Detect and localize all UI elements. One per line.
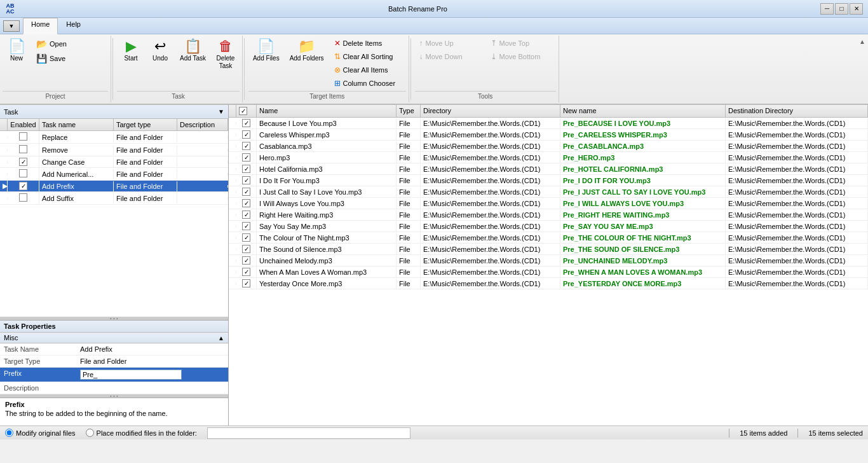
start-button[interactable]: ▶ Start [117,37,145,65]
file-row[interactable]: The Sound of Silence.mp3 File E:\Music\R… [229,244,868,255]
checkbox-replace[interactable] [19,132,27,141]
file-row[interactable]: I Will Always Love You.mp3 File E:\Music… [229,198,868,209]
checkbox-addnumerical[interactable] [19,169,27,177]
undo-button[interactable]: ↩ Undo [146,37,174,65]
file-row[interactable]: Careless Whisper.mp3 File E:\Music\Remem… [229,129,868,141]
delete-items-button[interactable]: ✕ Delete Items [330,37,406,50]
file-row[interactable]: Casablanca.mp3 File E:\Music\Remember.th… [229,141,868,152]
ftd-destdir: E:\Music\Remember.the.Words.(CD1) [726,267,868,277]
file-checkbox-13[interactable] [242,268,250,276]
checkbox-addsuffix[interactable] [19,193,27,202]
th-targettype[interactable]: Target type [114,119,177,130]
file-row[interactable]: Say You Say Me.mp3 File E:\Music\Remembe… [229,221,868,232]
maximize-button[interactable]: □ [835,3,848,15]
move-top-button[interactable]: ⤒ Move Top [486,37,556,50]
ftd-type: File [397,221,421,232]
ftd-destdir: E:\Music\Remember.the.Words.(CD1) [726,279,868,289]
save-button[interactable]: 💾 Save [32,52,108,66]
file-checkbox-8[interactable] [242,211,250,219]
tab-home[interactable]: Home [23,18,58,34]
checkbox-changecase[interactable] [19,158,27,166]
delete-task-button[interactable]: 🗑 Delete Task [212,37,240,73]
select-all-checkbox[interactable] [239,107,247,115]
file-row[interactable]: I Do It For You.mp3 File E:\Music\Rememb… [229,175,868,186]
file-table[interactable]: Name Type Directory New name Destination… [229,105,868,425]
file-row[interactable]: Because I Love You.mp3 File E:\Music\Rem… [229,118,868,129]
file-checkbox-3[interactable] [242,153,250,162]
open-button[interactable]: 📂 Open [32,37,108,51]
modify-original-option[interactable]: Modify original files [5,429,76,437]
tp-row-prefix[interactable]: Prefix [0,368,228,382]
modify-original-radio[interactable] [5,429,13,437]
tab-help[interactable]: Help [58,18,89,34]
task-row-active[interactable]: ▶ Add Prefix File and Folder [0,181,228,192]
file-checkbox-14[interactable] [242,279,250,287]
quick-access-icon[interactable]: ▼ [3,20,20,32]
panel-collapse-icon[interactable]: ▼ [218,108,224,115]
move-bottom-label: Move Bottom [499,53,541,60]
th-desc[interactable]: Description [177,119,228,130]
file-row[interactable]: When A Man Loves A Woman.mp3 File E:\Mus… [229,266,868,278]
file-row[interactable]: Hotel California.mp3 File E:\Music\Remem… [229,163,868,175]
task-row[interactable]: Replace File and Folder [0,131,228,144]
fth-name[interactable]: Name [257,105,397,117]
folder-path-input[interactable] [207,427,410,439]
task-row[interactable]: Add Numerical... File and Folder [0,168,228,181]
task-row[interactable]: Remove File and Folder [0,144,228,156]
tp-row-targettype[interactable]: Target Type File and Folder [0,356,228,368]
file-row[interactable]: The Colour of The Night.mp3 File E:\Musi… [229,232,868,244]
file-checkbox-1[interactable] [242,130,250,139]
save-label: Save [50,55,65,62]
place-modified-option[interactable]: Place modified files in the folder: [86,429,197,437]
th-enabled[interactable]: Enabled [8,119,39,130]
file-row[interactable]: I Just Call to Say I Love You.mp3 File E… [229,186,868,198]
column-chooser-button[interactable]: ⊞ Column Chooser [330,77,406,90]
file-checkbox-4[interactable] [242,165,250,173]
fth-type[interactable]: Type [397,105,421,117]
ribbon-group-task: ▶ Start ↩ Undo 📋 Add Task 🗑 Delete Task … [114,36,243,102]
add-files-button[interactable]: 📄 Add Files [248,37,284,65]
move-up-button[interactable]: ↑ Move Up [415,37,485,50]
misc-collapse-icon[interactable]: ▲ [218,335,224,342]
close-button[interactable]: ✕ [850,3,863,15]
place-modified-radio[interactable] [86,429,94,437]
ribbon-collapse[interactable]: ▲ [857,36,868,102]
minimize-button[interactable]: ─ [820,3,834,15]
file-checkbox-9[interactable] [242,222,250,230]
move-down-button[interactable]: ↓ Move Down [415,50,485,63]
add-folders-button[interactable]: 📁 Add Folders [285,37,329,65]
new-button[interactable]: 📄 New [3,37,31,65]
checkbox-remove[interactable] [19,145,27,153]
td-enabled-active [8,181,39,191]
checkbox-addprefix[interactable] [19,182,27,190]
file-checkbox-12[interactable] [242,256,250,265]
ftd-name: Right Here Waiting.mp3 [257,210,397,220]
clear-sorting-button[interactable]: ⇅ Clear All Sorting [330,50,406,63]
fth-destdir[interactable]: Destination Directory [726,105,868,117]
fth-dir[interactable]: Directory [421,105,560,117]
move-bottom-button[interactable]: ⤓ Move Bottom [486,50,556,63]
fth-newname[interactable]: New name [560,105,726,117]
file-row[interactable]: Yesterday Once More.mp3 File E:\Music\Re… [229,278,868,289]
prefix-input[interactable] [80,370,182,380]
file-row[interactable]: Right Here Waiting.mp3 File E:\Music\Rem… [229,209,868,221]
clear-items-button[interactable]: ⊗ Clear All Items [330,64,406,76]
fth-check[interactable] [236,105,257,117]
file-row[interactable]: Hero.mp3 File E:\Music\Remember.the.Word… [229,152,868,163]
app-icon: ABAC [5,4,15,14]
file-checkbox-5[interactable] [242,176,250,184]
info-description: The string to be added to the beginning … [5,410,223,417]
file-checkbox-10[interactable] [242,233,250,242]
file-row[interactable]: Unchained Melody.mp3 File E:\Music\Remem… [229,255,868,266]
task-row[interactable]: Add Suffix File and Folder [0,192,228,205]
file-checkbox-7[interactable] [242,199,250,207]
th-arrow [0,119,8,130]
th-taskname[interactable]: Task name [39,119,114,130]
file-checkbox-11[interactable] [242,245,250,253]
file-checkbox-2[interactable] [242,142,250,150]
add-task-button[interactable]: 📋 Add Task [175,37,210,65]
task-row[interactable]: Change Case File and Folder [0,156,228,168]
file-checkbox-6[interactable] [242,188,250,196]
file-checkbox-0[interactable] [242,119,250,127]
tp-row-taskname[interactable]: Task Name Add Prefix [0,343,228,356]
